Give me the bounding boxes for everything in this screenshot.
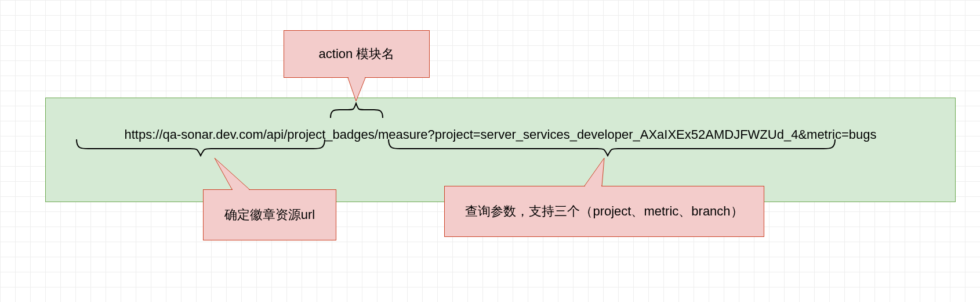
callout-action-name: action 模块名 bbox=[284, 30, 430, 78]
callout-query-params: 查询参数，支持三个（project、metric、branch） bbox=[444, 186, 764, 237]
callout-base-url: 确定徽章资源url bbox=[203, 189, 336, 240]
callout-base-url-label: 确定徽章资源url bbox=[224, 206, 315, 224]
callout-action-label: action 模块名 bbox=[319, 45, 395, 63]
url-text: https://qa-sonar.dev.com/api/project_bad… bbox=[46, 127, 955, 142]
diagram-canvas: https://qa-sonar.dev.com/api/project_bad… bbox=[0, 0, 980, 302]
callout-query-params-label: 查询参数，支持三个（project、metric、branch） bbox=[465, 203, 743, 220]
